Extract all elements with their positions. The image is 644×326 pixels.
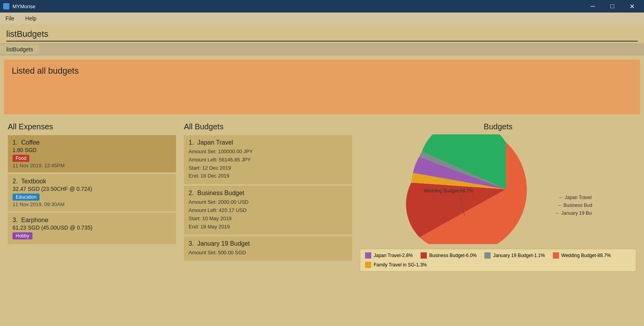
legend-label-japan: Japan Travel-2.8%	[374, 253, 413, 258]
legend-color-wedding	[553, 252, 559, 259]
top-panel-title: Listed all budgets	[12, 66, 632, 76]
budget-name: 3. January 19 Budget	[189, 240, 347, 247]
chart-title: Budgets	[360, 122, 636, 131]
pie-label-japan: ← Japan Travel-2.8%	[559, 195, 592, 200]
chart-panel: Budgets	[356, 118, 640, 326]
menu-help[interactable]: Help	[23, 14, 39, 22]
legend-item-family: Family Travel in SG-1.3%	[365, 262, 427, 268]
tab-listbudgets[interactable]: listBudgets	[0, 45, 39, 54]
legend-label-wedding: Wedding Budget-88.7%	[561, 253, 611, 258]
budget-name: 2. Business Budget	[189, 190, 347, 197]
legend-color-business	[421, 252, 427, 259]
expense-amount: 61.23 SGD (45.00USD @ 0.735)	[13, 225, 171, 231]
budget-list: 1. Japan Travel Amount Set: 100000.00 JP…	[184, 135, 352, 261]
list-item[interactable]: 1. Coffee 1.80 SGD Food 11 Nov 2019, 12:…	[8, 135, 176, 172]
expenses-title: All Expenses	[8, 122, 176, 131]
list-item[interactable]: 3. Earphone 61.23 SGD (45.00USD @ 0.735)…	[8, 213, 176, 244]
expense-tag: Education	[13, 194, 40, 201]
budget-detail: Amount Set: 2000.00 USD Amount Left: 420…	[189, 198, 347, 231]
bottom-sections: All Expenses 1. Coffee 1.80 SGD Food 11 …	[4, 118, 640, 326]
search-area	[0, 24, 644, 42]
app-title: MYMorise	[13, 4, 36, 9]
command-input[interactable]	[6, 29, 638, 42]
legend-color-japan	[365, 252, 371, 259]
legend-label-jan19: January 19 Budget-1.1%	[493, 253, 545, 258]
expense-tag: Hobby	[13, 232, 32, 239]
main-content: listBudgets Listed all budgets All Expen…	[0, 24, 644, 326]
expense-date: 11 Nov 2019, 12:45PM	[13, 163, 171, 168]
expense-name: 1. Coffee	[13, 139, 171, 146]
pie-chart: Wedding Budget-88.7% ← Japan Travel-2.8%…	[404, 134, 592, 246]
title-bar-left: MYMorise	[3, 3, 36, 9]
minimize-button[interactable]: ─	[584, 0, 602, 13]
expense-name: 2. Textbook	[13, 178, 171, 185]
top-panel: Listed all budgets	[4, 60, 640, 114]
legend-item-business: Business Budget-6.0%	[421, 252, 477, 259]
pie-label-wedding: Wedding Budget-88.7%	[424, 188, 473, 194]
title-bar: MYMorise ─ □ ✕	[0, 0, 644, 13]
menu-bar: File Help	[0, 13, 644, 24]
legend-label-family: Family Travel in SG-1.3%	[374, 262, 427, 268]
menu-file[interactable]: File	[3, 14, 17, 22]
expense-amount: 32.47 SGD (23.50CHF @ 0.724)	[13, 186, 171, 192]
list-item[interactable]: 2. Business Budget Amount Set: 2000.00 U…	[184, 186, 352, 235]
expense-tag: Food	[13, 155, 29, 162]
list-item[interactable]: 2. Textbook 32.47 SGD (23.50CHF @ 0.724)…	[8, 174, 176, 211]
pie-container: Wedding Budget-88.7% ← Japan Travel-2.8%…	[360, 134, 636, 272]
expense-date: 11 Nov 2019, 09:30AM	[13, 201, 171, 207]
legend-item-japan: Japan Travel-2.8%	[365, 252, 413, 259]
legend-item-jan19: January 19 Budget-1.1%	[484, 252, 545, 259]
pie-label-business: ← Business Budget-6.0%	[558, 203, 592, 208]
legend-label-business: Business Budget-6.0%	[429, 253, 477, 258]
legend-color-family	[365, 262, 371, 268]
expense-amount: 1.80 SGD	[13, 147, 171, 153]
chart-legend: Japan Travel-2.8% Business Budget-6.0% J…	[360, 249, 636, 272]
legend-item-wedding: Wedding Budget-88.7%	[553, 252, 611, 259]
list-item[interactable]: 3. January 19 Budget Amount Set: 500.00 …	[184, 236, 352, 261]
budget-detail: Amount Set: 100000.00 JPY Amount Left: 5…	[189, 148, 347, 180]
maximize-button[interactable]: □	[603, 0, 621, 13]
window-controls: ─ □ ✕	[584, 0, 641, 13]
list-item[interactable]: 1. Japan Travel Amount Set: 100000.00 JP…	[184, 135, 352, 184]
budget-detail: Amount Set: 500.00 SGD	[189, 249, 347, 257]
app-icon	[3, 3, 9, 9]
tab-bar: listBudgets	[0, 43, 644, 56]
budget-name: 1. Japan Travel	[189, 139, 347, 146]
expense-list: 1. Coffee 1.80 SGD Food 11 Nov 2019, 12:…	[8, 135, 176, 324]
budgets-title: All Budgets	[184, 122, 352, 131]
expense-name: 3. Earphone	[13, 217, 171, 224]
close-button[interactable]: ✕	[623, 0, 641, 13]
legend-color-jan19	[484, 252, 491, 259]
pie-label-jan19: ← January 19 Budget-1.1%	[555, 210, 592, 216]
expenses-panel: All Expenses 1. Coffee 1.80 SGD Food 11 …	[4, 118, 180, 326]
budgets-panel: All Budgets 1. Japan Travel Amount Set: …	[180, 118, 356, 326]
